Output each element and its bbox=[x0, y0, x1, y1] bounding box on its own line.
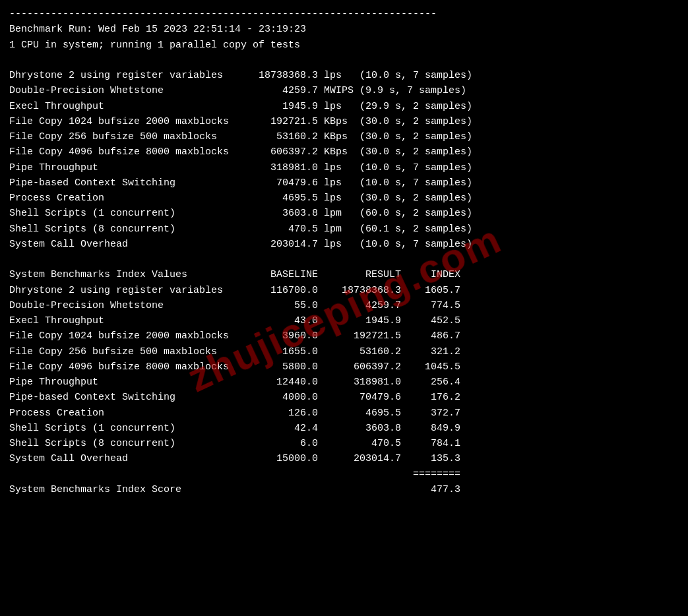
terminal: zhujiceping.com ------------------------… bbox=[9, 7, 679, 497]
index-table-row: File Copy 4096 bufsize 8000 maxblocks 58… bbox=[9, 359, 679, 375]
index-table-row: System Call Overhead 15000.0 203014.7 13… bbox=[9, 451, 679, 466]
benchmark-results-section: Dhrystone 2 using register variables 187… bbox=[9, 68, 679, 252]
index-table-row: File Copy 1024 bufsize 2000 maxblocks 39… bbox=[9, 328, 679, 344]
benchmark-result-row: Pipe-based Context Switching 70479.6 lps… bbox=[9, 175, 679, 191]
index-table-row: Dhrystone 2 using register variables 116… bbox=[9, 283, 679, 298]
index-table-row: Double-Precision Whetstone 55.0 4259.7 7… bbox=[9, 298, 679, 313]
header-line2: 1 CPU in system; running 1 parallel copy… bbox=[9, 38, 679, 53]
score-row: System Benchmarks Index Score 477.3 bbox=[9, 482, 679, 497]
index-table-header: System Benchmarks Index Values BASELINE … bbox=[9, 267, 679, 282]
benchmark-result-row: System Call Overhead 203014.7 lps (10.0 … bbox=[9, 237, 679, 252]
benchmark-result-row: Shell Scripts (1 concurrent) 3603.8 lpm … bbox=[9, 206, 679, 221]
index-table-row: File Copy 256 bufsize 500 maxblocks 1655… bbox=[9, 344, 679, 359]
equals-separator: ======== bbox=[9, 467, 679, 482]
benchmark-result-row: Double-Precision Whetstone 4259.7 MWIPS … bbox=[9, 83, 679, 98]
benchmark-result-row: File Copy 4096 bufsize 8000 maxblocks 60… bbox=[9, 144, 679, 160]
benchmark-result-row: Execl Throughput 1945.9 lps (29.9 s, 2 s… bbox=[9, 99, 679, 114]
benchmark-result-row: File Copy 256 bufsize 500 maxblocks 5316… bbox=[9, 129, 679, 144]
index-table-row: Shell Scripts (8 concurrent) 6.0 470.5 7… bbox=[9, 436, 679, 451]
index-table-row: Execl Throughput 43.0 1945.9 452.5 bbox=[9, 313, 679, 328]
benchmark-result-row: Process Creation 4695.5 lps (30.0 s, 2 s… bbox=[9, 191, 679, 206]
benchmark-result-row: Dhrystone 2 using register variables 187… bbox=[9, 68, 679, 83]
index-table-section: System Benchmarks Index Values BASELINE … bbox=[9, 267, 679, 497]
benchmark-result-row: Shell Scripts (8 concurrent) 470.5 lpm (… bbox=[9, 222, 679, 237]
index-table-row: Pipe Throughput 12440.0 318981.0 256.4 bbox=[9, 375, 679, 390]
index-table-row: Process Creation 126.0 4695.5 372.7 bbox=[9, 406, 679, 421]
header-line1: Benchmark Run: Wed Feb 15 2023 22:51:14 … bbox=[9, 22, 679, 37]
benchmark-result-row: Pipe Throughput 318981.0 lps (10.0 s, 7 … bbox=[9, 160, 679, 175]
separator-top: ----------------------------------------… bbox=[9, 7, 679, 22]
benchmark-result-row: File Copy 1024 bufsize 2000 maxblocks 19… bbox=[9, 114, 679, 129]
index-table-row: Pipe-based Context Switching 4000.0 7047… bbox=[9, 390, 679, 405]
index-table-row: Shell Scripts (1 concurrent) 42.4 3603.8… bbox=[9, 421, 679, 436]
